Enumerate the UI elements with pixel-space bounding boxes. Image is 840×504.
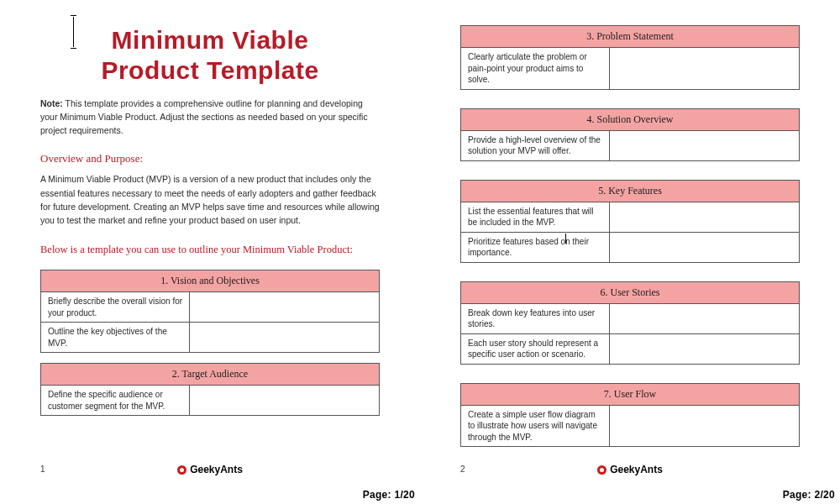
table-row: Briefly describe the overall vision for … (41, 292, 380, 323)
note-text: This template provides a comprehensive o… (40, 98, 368, 135)
table-row: List the essential features that will be… (461, 202, 800, 232)
row-input[interactable] (610, 232, 800, 262)
title-line-2: Product Template (101, 56, 318, 84)
note-label: Note: (40, 98, 63, 108)
section-title: 1. Vision and Objectives (41, 270, 380, 292)
brand-text: GeekyAnts (610, 464, 663, 475)
section-title: 7. User Flow (461, 383, 800, 405)
section-title: 4. Solution Overview (461, 108, 800, 130)
row-prompt: List the essential features that will be… (461, 202, 610, 232)
row-prompt: Define the specific audience or customer… (41, 386, 190, 416)
table-row: Create a simple user flow diagram to ill… (461, 405, 800, 447)
brand-logo: GeekyAnts (177, 464, 243, 475)
table-row: Break down key features into user storie… (461, 303, 800, 333)
brand-logo: GeekyAnts (597, 464, 663, 475)
row-prompt: Prioritize features based on their impor… (461, 232, 610, 262)
page-overlay-indicator: Page: 2/20 (783, 489, 835, 501)
table-row: Clearly articulate the problem or pain-p… (461, 48, 800, 90)
logo-icon (597, 465, 606, 475)
row-input[interactable] (610, 48, 800, 90)
section-vision-objectives: 1. Vision and Objectives Briefly describ… (40, 270, 380, 353)
overview-body: A Minimum Viable Product (MVP) is a vers… (40, 172, 380, 227)
row-input[interactable] (190, 386, 380, 416)
row-input[interactable] (190, 323, 380, 353)
table-row: Provide a high-level overview of the sol… (461, 130, 800, 160)
row-prompt: Provide a high-level overview of the sol… (461, 130, 610, 160)
section-title: 6. User Stories (461, 281, 800, 303)
section-user-flow: 7. User Flow Create a simple user flow d… (460, 383, 800, 448)
table-row: Define the specific audience or customer… (41, 386, 380, 416)
text-cursor-icon (73, 17, 74, 47)
row-input[interactable] (610, 303, 800, 333)
section-key-features: 5. Key Features List the essential featu… (460, 180, 800, 263)
section-title: 3. Problem Statement (461, 26, 800, 48)
brand-text: GeekyAnts (190, 464, 243, 475)
row-input[interactable] (610, 405, 800, 447)
row-prompt: Clearly articulate the problem or pain-p… (461, 48, 610, 90)
table-row: Outline the key objectives of the MVP. (41, 323, 380, 353)
section-title: 5. Key Features (461, 180, 800, 202)
logo-icon (177, 465, 186, 475)
row-prompt: Create a simple user flow diagram to ill… (461, 405, 610, 447)
template-subhead: Below is a template you can use to outli… (40, 242, 380, 258)
section-problem-statement: 3. Problem Statement Clearly articulate … (460, 25, 800, 90)
table-row: Each user story should represent a speci… (461, 333, 800, 364)
overview-heading: Overview and Purpose: (40, 152, 380, 165)
doc-title: Minimum Viable Product Template (40, 25, 380, 86)
section-target-audience: 2. Target Audience Define the specific a… (40, 363, 380, 416)
page-footer: GeekyAnts (420, 464, 840, 475)
section-solution-overview: 4. Solution Overview Provide a high-leve… (460, 108, 800, 161)
document-spread: Minimum Viable Product Template Note: Th… (0, 0, 840, 504)
note-paragraph: Note: This template provides a comprehen… (40, 97, 380, 137)
row-prompt: Briefly describe the overall vision for … (41, 292, 190, 323)
row-prompt: Break down key features into user storie… (461, 303, 610, 333)
row-input[interactable] (610, 130, 800, 160)
row-input[interactable] (190, 292, 380, 323)
section-title: 2. Target Audience (41, 364, 380, 386)
page-footer: GeekyAnts (0, 464, 420, 475)
page-1: Minimum Viable Product Template Note: Th… (0, 0, 420, 504)
row-prompt: Each user story should represent a speci… (461, 333, 610, 364)
row-input[interactable] (610, 202, 800, 232)
row-prompt: Outline the key objectives of the MVP. (41, 323, 190, 353)
page-2: 3. Problem Statement Clearly articulate … (420, 0, 840, 504)
section-user-stories: 6. User Stories Break down key features … (460, 281, 800, 365)
title-line-1: Minimum Viable (112, 26, 309, 54)
page-overlay-indicator: Page: 1/20 (363, 489, 415, 501)
row-input[interactable] (610, 333, 800, 364)
table-row: Prioritize features based on their impor… (461, 232, 800, 262)
